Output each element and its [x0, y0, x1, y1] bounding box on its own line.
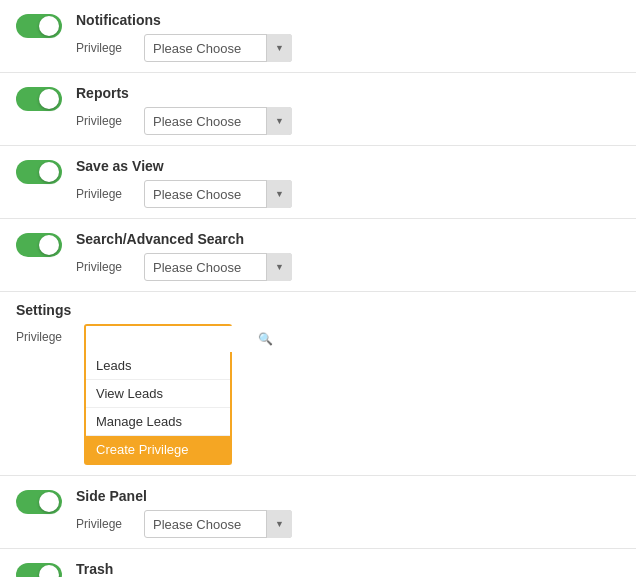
- notifications-title: Notifications: [76, 12, 620, 28]
- side-panel-title: Side Panel: [76, 488, 620, 504]
- notifications-select[interactable]: Please Choose: [144, 34, 292, 62]
- notifications-privilege-label: Privilege: [76, 41, 134, 55]
- notifications-section: Notifications Privilege Please Choose: [0, 0, 636, 73]
- side-panel-select-wrapper: Please Choose: [144, 510, 292, 538]
- reports-select-wrapper: Please Choose: [144, 107, 292, 135]
- search-title: Search/Advanced Search: [76, 231, 620, 247]
- side-panel-section: Side Panel Privilege Please Choose: [0, 476, 636, 549]
- save-as-view-section: Save as View Privilege Please Choose: [0, 146, 636, 219]
- dropdown-item-create-privilege[interactable]: Create Privilege: [86, 436, 230, 463]
- dropdown-item-leads[interactable]: Leads: [86, 352, 230, 380]
- search-privilege-label: Privilege: [76, 260, 134, 274]
- search-icon: 🔍: [258, 332, 273, 346]
- settings-title: Settings: [16, 302, 620, 318]
- save-as-view-select-wrapper: Please Choose: [144, 180, 292, 208]
- reports-privilege-label: Privilege: [76, 114, 134, 128]
- side-panel-select[interactable]: Please Choose: [144, 510, 292, 538]
- side-panel-privilege-label: Privilege: [76, 517, 134, 531]
- settings-dropdown-list: Leads View Leads Manage Leads Create Pri…: [84, 352, 232, 465]
- settings-privilege-label: Privilege: [16, 330, 74, 344]
- search-section: Search/Advanced Search Privilege Please …: [0, 219, 636, 292]
- settings-section: Settings Privilege 🔍 Leads View Leads Ma…: [0, 292, 636, 476]
- save-as-view-toggle[interactable]: [16, 160, 62, 184]
- save-as-view-select[interactable]: Please Choose: [144, 180, 292, 208]
- reports-section: Reports Privilege Please Choose: [0, 73, 636, 146]
- search-toggle[interactable]: [16, 233, 62, 257]
- trash-title: Trash: [76, 561, 620, 577]
- search-select[interactable]: Please Choose: [144, 253, 292, 281]
- trash-section: Trash Privilege Please Choose: [0, 549, 636, 577]
- reports-title: Reports: [76, 85, 620, 101]
- notifications-toggle[interactable]: [16, 14, 62, 38]
- side-panel-toggle[interactable]: [16, 490, 62, 514]
- reports-select[interactable]: Please Choose: [144, 107, 292, 135]
- search-select-wrapper: Please Choose: [144, 253, 292, 281]
- trash-toggle[interactable]: [16, 563, 62, 577]
- reports-toggle[interactable]: [16, 87, 62, 111]
- save-as-view-privilege-label: Privilege: [76, 187, 134, 201]
- settings-dropdown: 🔍 Leads View Leads Manage Leads Create P…: [84, 324, 232, 465]
- save-as-view-title: Save as View: [76, 158, 620, 174]
- settings-search-input[interactable]: [90, 326, 258, 352]
- dropdown-item-manage-leads[interactable]: Manage Leads: [86, 408, 230, 436]
- settings-search-box: 🔍: [84, 324, 232, 352]
- dropdown-item-view-leads[interactable]: View Leads: [86, 380, 230, 408]
- notifications-select-wrapper: Please Choose: [144, 34, 292, 62]
